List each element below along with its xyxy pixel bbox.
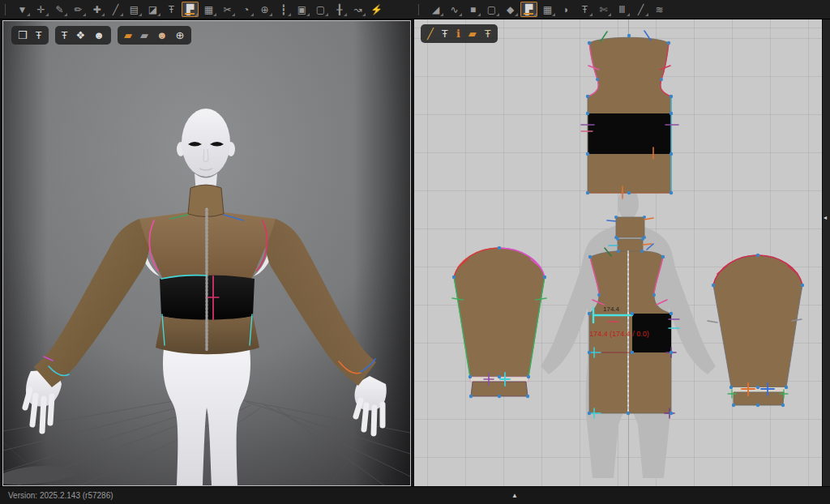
viewport-3d-toolbar: ❒Ŧ Ŧ❖☻ ▰▰☻⊕: [11, 26, 191, 45]
pleats-tool-icon[interactable]: Ⅲ: [614, 2, 631, 17]
transform-pattern-icon[interactable]: ◢: [427, 2, 444, 17]
rectangle-tool-icon[interactable]: ■: [464, 2, 481, 17]
fabric-square-icon[interactable]: ▣: [293, 2, 310, 17]
sewing-machine-icon[interactable]: ▛: [182, 2, 199, 17]
garment-shirt-icon[interactable]: Ŧ: [163, 2, 180, 17]
toolbar-2d-tools: ◢∿■▢◆▛▦◗Ŧ✄Ⅲ╱≋: [417, 0, 669, 19]
pattern-back-bodice[interactable]: [581, 31, 678, 199]
seamline-tool-icon[interactable]: ╱: [632, 2, 649, 17]
fabric-back-icon[interactable]: ▰: [140, 30, 148, 41]
show-garment-2d-icon[interactable]: Ŧ: [442, 28, 448, 39]
avatar-head: [182, 109, 230, 177]
show-pill: Ŧ❖☻: [55, 26, 111, 45]
toolbar-drag-handle-2d[interactable]: [418, 4, 422, 15]
pattern-info-icon[interactable]: ℹ: [456, 28, 460, 39]
pattern-window-icon[interactable]: ▦: [200, 2, 217, 17]
zipper-tool-icon[interactable]: ┇: [275, 2, 292, 17]
tack-tool-icon[interactable]: ╱: [107, 2, 124, 17]
measure-tool-icon[interactable]: ╱: [427, 28, 434, 39]
notch-tool-icon[interactable]: ✄: [595, 2, 612, 17]
scene-3d: [3, 21, 410, 485]
zigzag-tool-icon[interactable]: ≋: [651, 2, 668, 17]
wind-tool-icon[interactable]: ↝: [349, 2, 366, 17]
show-garment-icon[interactable]: Ŧ: [62, 30, 68, 41]
version-text: Version: 2025.2.143 (r57286): [8, 491, 113, 500]
steam-iron-icon[interactable]: ◗: [558, 2, 575, 17]
main-toolbar: ▼✛✎✏✚╱▤◪Ŧ▛▦✂◔⊕┇▣▢╂↝⚡ ◢∿■▢◆▛▦◗Ŧ✄Ⅲ╱≋: [0, 0, 830, 19]
render-pill: ❒Ŧ: [11, 26, 49, 45]
viewport-2d-toolbar: ╱Ŧℹ▰Ŧ: [421, 24, 498, 43]
select-move-icon[interactable]: ✛: [32, 2, 49, 17]
toolbar-3d-icons: ▼✛✎✏✚╱▤◪Ŧ▛▦✂◔⊕┇▣▢╂↝⚡: [13, 2, 386, 17]
pattern-pill: ╱Ŧℹ▰Ŧ: [421, 24, 498, 43]
brush-tool-icon[interactable]: ✏: [70, 2, 87, 17]
app-window: { "app": { "version_text": "Version: 202…: [0, 0, 830, 504]
fabric-square-alt-icon[interactable]: ▢: [312, 2, 329, 17]
trim-tool-icon[interactable]: ◔: [237, 2, 255, 17]
pattern-right-sleeve[interactable]: [708, 254, 804, 407]
scene-2d: 174.4 174.4 (174.4 / 0.0): [414, 19, 822, 487]
measure-length-label: 174.4: [603, 305, 620, 313]
right-panel-collapsed: ◂: [822, 19, 830, 487]
fold-arrangement-icon[interactable]: ◪: [144, 2, 161, 17]
toolbar-2d-icons: ◢∿■▢◆▛▦◗Ŧ✄Ⅲ╱≋: [426, 2, 669, 17]
pattern-left-sleeve[interactable]: [452, 246, 546, 398]
measure-detail-label: 174.4 (174.4 / 0.0): [589, 330, 649, 338]
lock-pattern-icon[interactable]: Ŧ: [485, 28, 491, 39]
layer-garment-icon[interactable]: ▤: [126, 2, 143, 17]
pen-tool-icon[interactable]: ✎: [51, 2, 68, 17]
polygon-tool-icon[interactable]: ▢: [483, 2, 500, 17]
flatten-tool-icon[interactable]: ✂: [219, 2, 236, 17]
viewport-3d[interactable]: ❒Ŧ Ŧ❖☻ ▰▰☻⊕: [2, 20, 411, 486]
toolbar-drag-handle[interactable]: [5, 4, 9, 15]
avatar-skin-icon[interactable]: ☻: [156, 30, 168, 41]
wireframe-globe-icon[interactable]: ⊕: [176, 30, 185, 41]
fabric-view-icon[interactable]: ▰: [468, 28, 477, 39]
toolbar-3d-tools: ▼✛✎✏✚╱▤◪Ŧ▛▦✂◔⊕┇▣▢╂↝⚡: [3, 0, 386, 19]
render-style-icon[interactable]: ❒: [18, 30, 28, 41]
fabric-front-icon[interactable]: ▰: [124, 30, 132, 41]
expand-right-panel-button[interactable]: ◂: [824, 214, 827, 221]
button-tool-icon[interactable]: ⊕: [256, 2, 273, 17]
show-avatar-icon[interactable]: ☻: [93, 30, 105, 41]
dart-tool-icon[interactable]: ◆: [502, 2, 519, 17]
pin-vertical-icon[interactable]: ╂: [331, 2, 348, 17]
viewport-2d[interactable]: 174.4 174.4 (174.4 / 0.0): [414, 19, 822, 487]
display-pill: ▰▰☻⊕: [118, 26, 191, 45]
pin-tool-icon[interactable]: ✚: [88, 2, 105, 17]
edit-curve-icon[interactable]: ∿: [446, 2, 463, 17]
status-bar: Version: 2025.2.143 (r57286) ▲: [0, 486, 830, 504]
garment-fit-map-icon[interactable]: Ŧ: [36, 30, 42, 41]
grading-window-icon[interactable]: ▦: [539, 2, 556, 17]
sewing-machine-2d-icon[interactable]: ▛: [520, 2, 537, 17]
avatar-walk-icon[interactable]: ⚡: [368, 2, 385, 17]
simulate-icon[interactable]: ▼: [14, 2, 31, 17]
expand-bottom-panel-button[interactable]: ▲: [511, 492, 518, 499]
show-pattern-mesh-icon[interactable]: ❖: [76, 30, 86, 41]
shirt-2d-icon[interactable]: Ŧ: [576, 2, 593, 17]
